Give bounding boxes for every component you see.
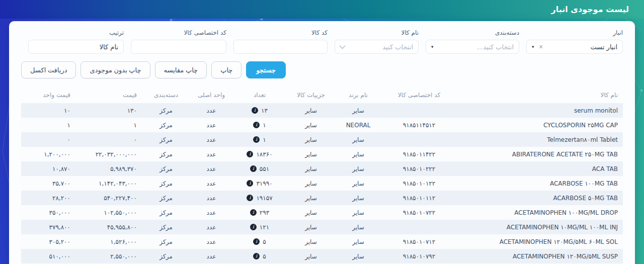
- quantity-value: ۵۵۱: [260, 165, 269, 172]
- category-placeholder: انتخاب کنید...: [477, 43, 514, 51]
- cell-quantity: ۱۲۱ i: [232, 220, 287, 234]
- quantity-value: ۵: [263, 253, 266, 260]
- filter-warehouse-label: انبار: [526, 29, 623, 36]
- filter-sort: ترتیب نام کالا: [28, 29, 124, 54]
- table-row: ACETAMINOPHEN ۱۰MG/ML ۱۰۰ML INJ سایر سای…: [21, 220, 623, 234]
- cell-details: سایر: [287, 249, 335, 263]
- cell-category: مرکز: [142, 220, 190, 234]
- product-special-code-input[interactable]: [136, 43, 221, 51]
- cell-unit-price: ۱۰,۸۷۰: [21, 161, 75, 176]
- cell-quantity: ۱ i: [232, 132, 287, 147]
- table-row: ACETAMINOPHEN ۱۰۰MG/ML DROP ۹۱۸۵۰۱۰۷۲۲ س…: [21, 205, 623, 220]
- info-icon[interactable]: i: [250, 209, 257, 216]
- cell-price: ۱۰۲,۵۵۰,۰۰۰: [75, 205, 142, 220]
- cell-unit: عدد: [190, 205, 232, 220]
- cell-unit-price: ۵۱۰,۰۰۰: [21, 249, 75, 263]
- col-header-price: قیمت: [75, 86, 142, 103]
- cell-price: ۲۲,۰۳۲,۰۰۰,۰۰۰: [75, 147, 142, 161]
- cell-unit: عدد: [190, 118, 232, 132]
- cell-unit: عدد: [190, 147, 232, 161]
- cell-product-name: ACETAMINOPHEN ۱۲۰MG/۵ML SUSP: [457, 249, 623, 263]
- product-special-code-field-box: [131, 40, 226, 54]
- cell-details: سایر: [287, 234, 335, 249]
- col-header-special-code: کد اختصاصی کالا: [381, 86, 457, 103]
- print-no-stock-button[interactable]: چاپ بدون موجودی: [80, 61, 150, 78]
- info-icon[interactable]: i: [250, 224, 257, 230]
- col-header-brand: نام برند: [335, 86, 381, 103]
- cell-details: سایر: [287, 205, 335, 220]
- info-icon[interactable]: i: [247, 195, 253, 201]
- cell-details: سایر: [287, 147, 335, 161]
- filter-category-label: دسته‌بندی: [426, 29, 519, 36]
- table-row: serum monitol سایر سایر ۱۳ i عدد مرکز ۱۳…: [21, 103, 623, 118]
- filter-warehouse: انبار انبار تست ✕ ▾: [526, 29, 623, 54]
- info-icon[interactable]: i: [253, 253, 260, 259]
- cell-details: سایر: [287, 118, 335, 132]
- warehouse-select[interactable]: انبار تست ✕ ▾: [526, 40, 623, 54]
- table-row: ACARBOSE ۱۰۰MG TAB ۹۱۸۵۰۱۰۱۲۲ سایر سایر …: [21, 176, 623, 191]
- table-header: نام کالا کد اختصاصی کالا نام برند جزییات…: [21, 86, 623, 103]
- quantity-value: ۱۳: [261, 107, 268, 114]
- export-excel-button[interactable]: دریافت اکسل: [21, 61, 76, 78]
- quantity-value: ۵: [263, 238, 266, 245]
- table-row: CYCLOSPORIN ۲۵MG CAP ۹۱۸۵۱۱۴۵۱۲ NEORAL س…: [21, 118, 623, 132]
- cell-unit-price: ۳۰۵,۲۰۰: [21, 234, 75, 249]
- chevron-down-icon[interactable]: ▾: [431, 45, 434, 49]
- cell-unit-price: ۰: [21, 132, 75, 147]
- page-title: لیست موجودی انبار: [551, 5, 629, 14]
- print-compare-button[interactable]: چاپ مقایسه: [155, 61, 207, 78]
- cell-category: مرکز: [142, 147, 190, 161]
- chevron-down-icon[interactable]: [339, 43, 346, 49]
- table-row: ACETAMINOPHEN ۱۲۰MG/۵ML ۶۰ML SOL ۹۱۸۵۰۱۰…: [21, 234, 623, 249]
- print-button[interactable]: چاپ: [211, 61, 242, 78]
- quantity-value: ۱۲۱: [260, 224, 269, 231]
- cell-details: سایر: [287, 161, 335, 176]
- category-select[interactable]: انتخاب کنید... ▾: [426, 40, 519, 54]
- cell-price: ۰: [75, 132, 142, 147]
- col-header-category: دسته‌بندی: [142, 86, 190, 103]
- cell-price: ۱,۱۴۲,۰۴۳,۰۰۰: [75, 176, 142, 191]
- cell-brand: سایر: [335, 147, 381, 161]
- info-icon[interactable]: i: [247, 151, 253, 157]
- info-icon[interactable]: i: [253, 122, 260, 128]
- table-row: ACA TAB ۹۱۸۵۰۱۰۲۲۲ سایر سایر ۵۵۱ i عدد م…: [21, 161, 623, 176]
- info-icon[interactable]: i: [247, 180, 253, 187]
- chevron-down-icon[interactable]: ▾: [532, 45, 534, 49]
- quantity-value: ۱: [263, 136, 266, 143]
- cell-price: ۵,۹۸۹,۳۷۰: [75, 161, 142, 176]
- col-header-unit-price: قیمت واحد: [21, 86, 75, 103]
- warehouse-selected-value: انبار تست: [590, 43, 617, 51]
- cell-price: ۱: [75, 118, 142, 132]
- cell-brand: سایر: [335, 103, 381, 118]
- filter-product-code: کد کالا: [233, 29, 328, 54]
- cell-unit-price: ۳۵,۷۰۰: [21, 176, 75, 191]
- cell-special-code: ۹۱۸۵۰۱۰۷۲۲: [381, 205, 457, 220]
- sort-select[interactable]: نام کالا: [28, 40, 124, 54]
- cell-category: مرکز: [142, 132, 190, 147]
- cell-product-name: Telmezertan۸۰ml Tablet: [457, 132, 623, 147]
- clear-icon[interactable]: ✕: [539, 44, 543, 50]
- cell-quantity: ۱ i: [232, 118, 287, 132]
- cell-brand: سایر: [335, 220, 381, 234]
- cell-unit-price: ۱۰: [21, 103, 75, 118]
- product-name-select[interactable]: انتخاب کنید: [335, 40, 419, 54]
- col-header-quantity: تعداد: [232, 86, 287, 103]
- product-code-input[interactable]: [239, 43, 322, 51]
- cell-unit: عدد: [190, 234, 232, 249]
- cell-details: سایر: [287, 191, 335, 205]
- info-icon[interactable]: i: [253, 238, 260, 245]
- info-icon[interactable]: i: [250, 165, 257, 172]
- cell-quantity: ۲۹۳ i: [232, 205, 287, 220]
- cell-category: مرکز: [142, 249, 190, 263]
- search-button[interactable]: جستجو: [246, 61, 286, 78]
- sort-selected-value: نام کالا: [100, 43, 118, 51]
- quantity-value: ۳۱۹۹۰: [256, 180, 272, 187]
- cell-unit: عدد: [190, 132, 232, 147]
- cell-price: ۲,۵۵۰,۰۰۰: [75, 249, 142, 263]
- info-icon[interactable]: i: [253, 136, 260, 143]
- table-row: ABIRATERONE ACETATE ۲۵۰MG TAB ۹۱۸۵۰۱۱۴۲۲…: [21, 147, 623, 161]
- cell-special-code: ۹۱۸۵۰۱۰۱۲۲: [381, 176, 457, 191]
- top-bar: لیست موجودی انبار: [0, 0, 644, 19]
- cell-category: مرکز: [142, 176, 190, 191]
- info-icon[interactable]: i: [252, 107, 258, 114]
